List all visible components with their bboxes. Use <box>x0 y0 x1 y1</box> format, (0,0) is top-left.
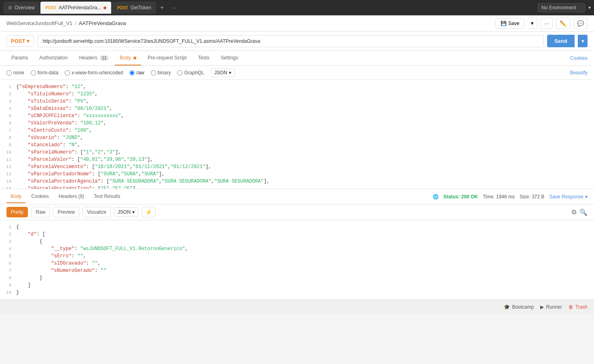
more-actions-button[interactable]: ··· <box>541 18 553 29</box>
resp-format-visualize[interactable]: Visualize <box>82 207 111 217</box>
overview-icon: ⊙ <box>8 5 12 11</box>
tab-prerequest[interactable]: Pre-request Script <box>143 51 192 65</box>
cookies-link[interactable]: Cookies <box>570 55 588 61</box>
url-bar: POST ▾ Send ▾ <box>0 32 594 51</box>
request-tabs: Params Authorization Headers 11 Body Pre… <box>0 51 594 66</box>
response-status-bar: 🌐 Status: 200 OK Time: 1946 ms Size: 372… <box>433 194 588 200</box>
tab-method-post2: POST <box>117 6 128 10</box>
environment-dropdown[interactable]: No Environment <box>538 3 585 12</box>
code-line-2: 2 "sTituloNumero": "1235", <box>0 90 594 98</box>
format-binary[interactable]: binary <box>151 70 171 76</box>
add-tab-button[interactable]: + <box>157 4 167 11</box>
tab-method-post: POST <box>45 6 56 10</box>
breadcrumb-actions: 💾 Save ▾ ··· ✏️ 💬 <box>495 18 588 29</box>
tab-params[interactable]: Params <box>6 51 33 65</box>
url-input[interactable] <box>37 35 544 47</box>
filter-button[interactable]: ⚡ <box>142 207 156 217</box>
send-dropdown-button[interactable]: ▾ <box>578 35 588 47</box>
tab-headers[interactable]: Headers 11 <box>74 51 113 65</box>
resp-tab-body[interactable]: Body <box>6 190 25 203</box>
resp-line-10: 10 } <box>0 289 594 296</box>
code-line-11: 11 "sParcelaValor": ["40,01","39,98","20… <box>0 156 594 163</box>
tab-aat[interactable]: POST AATPreVendaGra... <box>40 2 111 14</box>
method-selector[interactable]: POST ▾ <box>6 35 34 47</box>
save-icon: 💾 <box>501 21 507 26</box>
breadcrumb-bar: WebServiceJundsoftFull_V1 / AATPreVendaG… <box>0 15 594 32</box>
tab-authorization[interactable]: Authorization <box>34 51 72 65</box>
search-response-button[interactable]: 🔍 <box>579 208 588 216</box>
body-unsaved-dot <box>133 57 136 59</box>
resp-line-8: 8 } <box>0 274 594 282</box>
code-line-12: 12 "sParcelaVencimento": ["10/10/2021","… <box>0 163 594 170</box>
send-button[interactable]: Send <box>547 35 575 47</box>
response-code-editor: 1 { 2 "d": [ 3 { 4 "__type": "wsJUNDSOFT… <box>0 220 594 299</box>
tab-unsaved-indicator <box>104 6 106 9</box>
resp-line-5: 5 "sErro": "", <box>0 252 594 260</box>
resp-line-6: 6 "sIDGravado": "", <box>0 260 594 267</box>
beautify-button[interactable]: Beautify <box>570 70 588 76</box>
breadcrumb-request: AATPreVendaGrava <box>79 20 126 26</box>
response-size: Size: 372 B <box>520 194 544 200</box>
tab-bar: ⊙ Overview POST AATPreVendaGra... POST G… <box>0 0 594 15</box>
tab-overview[interactable]: ⊙ Overview <box>3 2 40 14</box>
runner-button[interactable]: ▶ Runner <box>540 304 562 310</box>
response-header: Body Cookies Headers (8) Test Results 🌐 … <box>0 189 594 204</box>
tab-settings[interactable]: Settings <box>216 51 243 65</box>
resp-line-2: 2 "d": [ <box>0 231 594 238</box>
copy-response-button[interactable]: ⧉ <box>572 208 576 216</box>
code-line-9: 9 "sCancelado": "N", <box>0 141 594 149</box>
save-dropdown-button[interactable]: ▾ <box>528 18 537 29</box>
runner-icon: ▶ <box>540 304 544 310</box>
headers-badge: 11 <box>100 55 108 61</box>
code-line-14: 14 "sParcelaPortadorAgencia": ["SURA SEG… <box>0 178 594 185</box>
bootcamp-button[interactable]: 🎓 Bootcamp <box>504 304 534 310</box>
format-formdata[interactable]: form-data <box>31 70 58 76</box>
comment-button[interactable]: 💬 <box>573 18 588 29</box>
response-time: Time: 1946 ms <box>483 194 515 200</box>
format-graphql[interactable]: GraphQL <box>177 70 204 76</box>
code-line-1: 1 {"sEmpresaNumero": "12", <box>0 83 594 90</box>
response-panel: Body Cookies Headers (8) Test Results 🌐 … <box>0 189 594 299</box>
resp-format-preview[interactable]: Preview <box>53 207 79 217</box>
tab-gettoken[interactable]: POST GetToken <box>112 2 156 14</box>
trash-button[interactable]: 🗑 Trash <box>569 304 588 310</box>
code-line-10: 10 "sParcelaNumero": ["1","2","3"], <box>0 149 594 156</box>
resp-line-4: 4 "__type": "wsJUNDSOFT_FULL_V1.RetornoG… <box>0 245 594 252</box>
resp-format-pretty[interactable]: Pretty <box>6 207 28 217</box>
code-line-15: 15 "sParcelaPortadorTipo": ["E","E","E"]… <box>0 185 594 189</box>
save-button[interactable]: 💾 Save <box>495 18 524 29</box>
resp-tab-cookies[interactable]: Cookies <box>27 190 53 203</box>
format-none[interactable]: none <box>6 70 24 76</box>
tab-tests[interactable]: Tests <box>193 51 214 65</box>
trash-icon: 🗑 <box>569 304 573 310</box>
code-line-4: 4 "sDataEmissao": "08/10/2021", <box>0 105 594 112</box>
method-label: POST <box>11 38 25 44</box>
format-urlencoded[interactable]: x-www-form-urlencoded <box>65 70 123 76</box>
response-format-bar: Pretty Raw Preview Visualize JSON ▾ ⚡ ⧉ … <box>0 204 594 220</box>
breadcrumb-collection[interactable]: WebServiceJundsoftFull_V1 <box>6 20 72 26</box>
code-line-5: 5 "sCNPJCPFCliente": "xxxxxxxxxxx", <box>0 112 594 120</box>
body-format-bar: none form-data x-www-form-urlencoded raw… <box>0 66 594 80</box>
status-code: Status: 200 OK <box>444 194 478 200</box>
resp-line-1: 1 { <box>0 223 594 231</box>
resp-format-raw[interactable]: Raw <box>31 207 50 217</box>
chevron-down-icon: ▾ <box>588 5 591 11</box>
request-code-editor[interactable]: 1 {"sEmpresaNumero": "12", 2 "sTituloNum… <box>0 80 594 189</box>
resp-line-9: 9 ] <box>0 282 594 289</box>
footer: 🎓 Bootcamp ▶ Runner 🗑 Trash <box>0 299 594 314</box>
code-line-3: 3 "sTituloSerie": "PV", <box>0 98 594 105</box>
save-response-chevron-icon: ▾ <box>585 194 588 200</box>
code-line-6: 6 "sValorPreVenda": "100,12", <box>0 120 594 127</box>
resp-json-chevron-icon: ▾ <box>132 209 135 215</box>
resp-tab-testresults[interactable]: Test Results <box>90 190 124 203</box>
environment-selector: No Environment ▾ <box>538 3 591 12</box>
globe-icon: 🌐 <box>433 194 439 200</box>
resp-tab-headers[interactable]: Headers (8) <box>55 190 88 203</box>
json-format-selector[interactable]: JSON ▾ <box>211 68 235 77</box>
resp-json-selector[interactable]: JSON ▾ <box>114 207 138 217</box>
tab-body[interactable]: Body <box>115 51 141 65</box>
format-raw[interactable]: raw <box>129 70 144 76</box>
save-response-button[interactable]: Save Response ▾ <box>549 194 588 200</box>
more-tabs-button[interactable]: ··· <box>168 4 179 11</box>
edit-button[interactable]: ✏️ <box>556 18 570 29</box>
